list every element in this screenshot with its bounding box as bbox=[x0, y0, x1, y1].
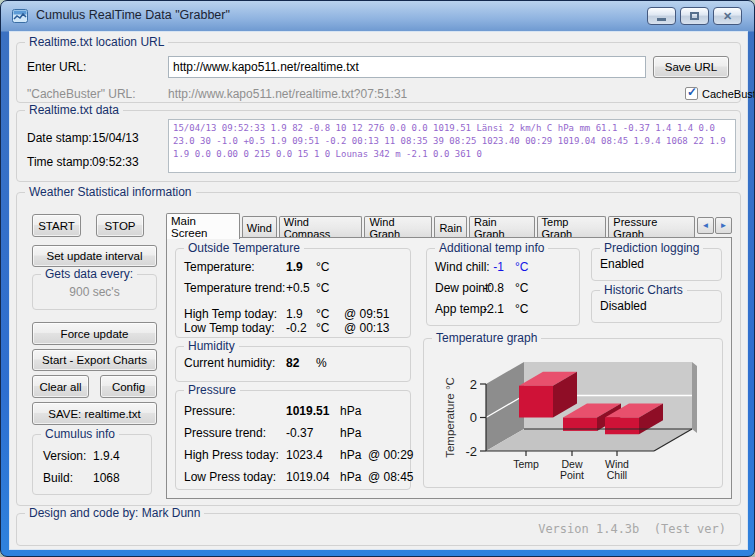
prediction-logging-value: Enabled bbox=[600, 257, 644, 271]
wind-chill-row: Wind chill: -1 °C bbox=[427, 260, 579, 276]
humidity-label: Humidity bbox=[184, 339, 239, 353]
additional-temp-label: Additional temp info bbox=[435, 241, 548, 255]
title-bar[interactable]: Cumulus RealTime Data "Grabber" ✕ bbox=[1, 1, 754, 31]
row-label: Low Temp today: bbox=[184, 321, 275, 335]
row-value: 1019.51 bbox=[286, 404, 329, 418]
row-unit: °C bbox=[316, 321, 329, 335]
humidity-group: Humidity Current humidity: 82 % bbox=[175, 346, 411, 382]
tab-main-screen[interactable]: Main Screen bbox=[166, 213, 240, 239]
tab-scroll-right-button[interactable]: ► bbox=[715, 217, 732, 234]
tab-wind-compass[interactable]: Wind Compass bbox=[279, 216, 363, 238]
maximize-icon bbox=[690, 12, 699, 20]
tab-wind-graph[interactable]: Wind Graph bbox=[364, 216, 432, 238]
gets-data-value: 900 sec's bbox=[33, 285, 156, 299]
set-update-interval-button[interactable]: Set update interval bbox=[32, 245, 157, 267]
close-button[interactable]: ✕ bbox=[713, 7, 742, 25]
row-value: -1 bbox=[472, 260, 504, 274]
row-value: 82 bbox=[286, 356, 299, 370]
force-update-button[interactable]: Force update bbox=[32, 322, 157, 345]
tab-pressure-graph[interactable]: Pressure Graph bbox=[608, 216, 695, 238]
tab-wind[interactable]: Wind bbox=[242, 216, 277, 238]
svg-text:Temp: Temp bbox=[513, 458, 539, 470]
cumulus-version-label: Version: bbox=[43, 449, 86, 463]
row-time: @ 08:45 bbox=[368, 470, 414, 484]
save-realtime-button[interactable]: SAVE: realtime.txt bbox=[32, 402, 157, 425]
tab-strip: Main Screen Wind Wind Compass Wind Graph… bbox=[166, 211, 732, 238]
tab-rain-graph[interactable]: Rain Graph bbox=[469, 216, 535, 238]
pressure-trend-row: Pressure trend: -0.37 hPa bbox=[176, 426, 410, 442]
outside-temperature-group: Outside Temperature Temperature: 1.9 °C … bbox=[175, 248, 411, 338]
row-value: -0.37 bbox=[286, 426, 313, 440]
row-unit: °C bbox=[316, 281, 329, 295]
svg-text:Chill: Chill bbox=[607, 469, 627, 481]
svg-text:0: 0 bbox=[470, 410, 477, 425]
raw-data-textbox[interactable]: 15/04/13 09:52:33 1.9 82 -0.8 10 12 276 … bbox=[168, 119, 736, 173]
footer-group: Design and code by: Mark Dunn Version 1.… bbox=[16, 513, 741, 546]
tab-rain[interactable]: Rain bbox=[434, 216, 467, 238]
gets-data-label: Gets data every: bbox=[41, 267, 137, 281]
row-unit: °C bbox=[515, 281, 528, 295]
footer-credit-label: Design and code by: Mark Dunn bbox=[25, 506, 204, 520]
url-group-label: Realtime.txt location URL bbox=[25, 35, 168, 49]
row-value: +0.5 bbox=[286, 281, 310, 295]
row-value: -0.2 bbox=[286, 321, 307, 335]
minimize-button[interactable] bbox=[647, 7, 676, 25]
save-url-button[interactable]: Save URL bbox=[653, 56, 729, 78]
minimize-icon bbox=[657, 18, 666, 21]
cachebuster-url-value: http://www.kapo511.net/realtime.txt?07:5… bbox=[168, 87, 407, 101]
row-value: 1019.04 bbox=[286, 470, 329, 484]
row-label: Low Press today: bbox=[184, 470, 276, 484]
client-area: Realtime.txt location URL Enter URL: Sav… bbox=[9, 31, 748, 550]
cumulus-version-value: 1.9.4 bbox=[93, 449, 120, 463]
main-screen-tab-panel: Outside Temperature Temperature: 1.9 °C … bbox=[166, 237, 732, 499]
row-time: @ 00:13 bbox=[344, 321, 390, 335]
row-unit: °C bbox=[316, 260, 329, 274]
data-group-label: Realtime.txt data bbox=[25, 103, 123, 117]
clear-all-button[interactable]: Clear all bbox=[32, 375, 89, 398]
temperature-3d-bar-chart: 20-2TempDewPointWindChillTemperature °C bbox=[424, 339, 722, 486]
time-stamp-label: Time stamp: bbox=[27, 155, 93, 169]
stats-group: Weather Statistical information START ST… bbox=[16, 192, 741, 506]
tab-scroll-left-icon: ◄ bbox=[702, 221, 710, 230]
cumulus-info-group: Cumulus info Version: 1.9.4 Build: 1068 bbox=[32, 434, 152, 495]
close-icon: ✕ bbox=[723, 11, 732, 22]
start-export-charts-button[interactable]: Start - Export Charts bbox=[32, 349, 157, 371]
url-input[interactable] bbox=[168, 56, 646, 78]
tab-scroll-left-button[interactable]: ◄ bbox=[697, 217, 714, 234]
row-value: 1.9 bbox=[286, 260, 303, 274]
tab-scroll-right-icon: ► bbox=[720, 221, 728, 230]
gets-data-group: Gets data every: 900 sec's bbox=[32, 274, 157, 310]
app-temp-row: App temp: -2.1 °C bbox=[427, 302, 579, 318]
row-unit: % bbox=[316, 356, 327, 370]
row-unit: hPa bbox=[340, 470, 361, 484]
stats-group-label: Weather Statistical information bbox=[25, 185, 196, 199]
row-label: Current humidity: bbox=[184, 356, 275, 370]
pressure-label: Pressure bbox=[184, 383, 240, 397]
cachebuster-checkbox[interactable]: CacheBuster bbox=[685, 87, 755, 100]
historic-charts-group: Historic Charts Disabled bbox=[591, 290, 722, 323]
pressure-group: Pressure Pressure: 1019.51 hPa Pressure … bbox=[175, 390, 411, 490]
url-group: Realtime.txt location URL Enter URL: Sav… bbox=[16, 42, 741, 103]
historic-charts-value: Disabled bbox=[600, 299, 647, 313]
app-icon bbox=[12, 8, 28, 24]
row-label: Temperature: bbox=[184, 260, 255, 274]
cumulus-info-label: Cumulus info bbox=[41, 427, 119, 441]
svg-text:-2: -2 bbox=[465, 444, 477, 459]
row-time: @ 00:29 bbox=[368, 448, 414, 462]
config-button[interactable]: Config bbox=[100, 375, 157, 398]
tab-scroll-buttons: ◄ ► bbox=[697, 217, 732, 234]
row-value: -2.1 bbox=[472, 302, 504, 316]
low-temp-row: Low Temp today: -0.2 °C @ 00:13 bbox=[176, 318, 410, 334]
prediction-logging-group: Prediction logging Enabled bbox=[591, 248, 722, 281]
row-label: Pressure trend: bbox=[184, 426, 266, 440]
svg-text:Temperature °C: Temperature °C bbox=[444, 377, 456, 458]
tab-temp-graph[interactable]: Temp Graph bbox=[537, 216, 607, 238]
stop-button[interactable]: STOP bbox=[96, 214, 144, 237]
pressure-row: Pressure: 1019.51 hPa bbox=[176, 404, 410, 420]
date-stamp-label: Date stamp: bbox=[27, 131, 92, 145]
app-window: Cumulus RealTime Data "Grabber" ✕ Realti… bbox=[0, 0, 755, 557]
maximize-button[interactable] bbox=[680, 7, 709, 25]
start-button[interactable]: START bbox=[32, 214, 81, 237]
cachebuster-url-label: "CacheBuster" URL: bbox=[27, 87, 136, 101]
temperature-graph-group: Temperature graph 20-2TempDewPointWindCh… bbox=[423, 338, 723, 488]
